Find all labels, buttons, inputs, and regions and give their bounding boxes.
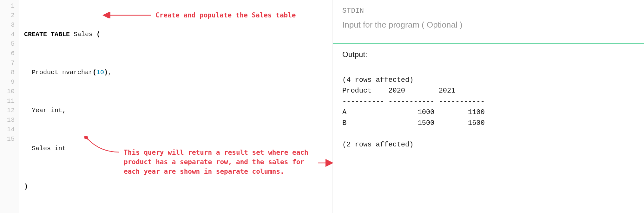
paren: ( [96,31,100,38]
code-editor[interactable]: 1 2 3 4 5 6 7 8 9 10 11 12 13 14 15 CREA… [0,0,332,213]
text: Sales int [24,145,66,152]
stdin-input[interactable] [342,19,634,30]
line-number: 13 [0,115,19,125]
line-number: 2 [0,11,19,20]
paren: ( [93,69,96,76]
code-line[interactable]: ) [19,182,332,191]
code-line[interactable]: CREATE TABLE Sales ( [19,30,332,39]
line-number: 8 [0,68,19,77]
line-number: 6 [0,49,19,58]
code-line[interactable]: Year int, [19,106,332,115]
text: Year int, [24,107,66,114]
line-number: 15 [0,134,19,144]
paren: ) [104,69,108,76]
line-number: 5 [0,39,19,49]
output-text: (4 rows affected) Product 2020 2021 ----… [342,75,634,150]
line-number: 14 [0,125,19,134]
text: Product nvarchar [24,69,93,76]
code-line[interactable]: Sales int [19,144,332,153]
stdin-section: STDIN [333,0,644,43]
text: Sales [70,31,96,38]
line-number: 10 [0,87,19,96]
code-line[interactable]: Product nvarchar(10), [19,68,332,77]
line-number: 3 [0,20,19,30]
number: 10 [96,69,104,76]
line-number: 9 [0,77,19,87]
line-number: 12 [0,106,19,115]
code-content[interactable]: CREATE TABLE Sales ( Product nvarchar(10… [19,1,332,213]
output-section: Output: (4 rows affected) Product 2020 2… [333,44,644,157]
io-panel: STDIN Output: (4 rows affected) Product … [332,0,644,213]
stdin-label: STDIN [342,7,634,15]
line-number-gutter: 1 2 3 4 5 6 7 8 9 10 11 12 13 14 15 [0,0,19,213]
keyword: CREATE TABLE [24,31,70,38]
line-number: 1 [0,1,19,11]
app-root: 1 2 3 4 5 6 7 8 9 10 11 12 13 14 15 CREA… [0,0,644,213]
text: , [108,69,112,76]
line-number: 11 [0,96,19,106]
paren: ) [24,183,28,190]
line-number: 7 [0,58,19,68]
line-number: 4 [0,30,19,39]
output-label: Output: [342,50,634,59]
